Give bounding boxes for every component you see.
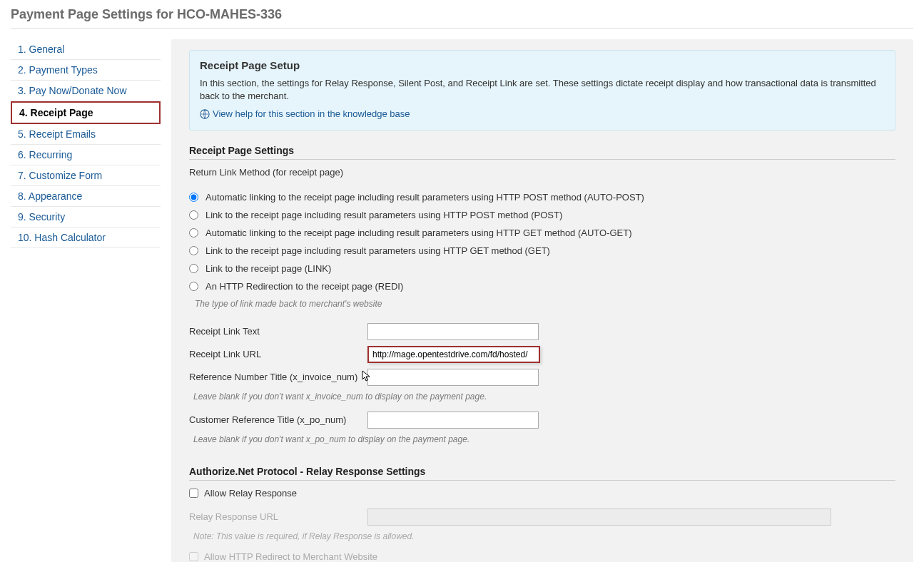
allow-redirect-label: Allow HTTP Redirect to Merchant Website [204,551,377,562]
relay-url-label: Relay Response URL [189,511,367,522]
allow-relay-checkbox[interactable] [189,489,198,498]
relay-url-hint: Note: This value is required, if Relay R… [193,531,895,541]
radio-link-label: Link to the receipt page (LINK) [205,263,331,274]
info-title: Receipt Page Setup [200,59,885,71]
sidebar-item-security[interactable]: 9. Security [11,207,161,228]
radio-auto-post-label: Automatic linking to the receipt page in… [205,192,644,203]
help-link[interactable]: View help for this section in the knowle… [200,108,410,119]
cust-ref-title-input[interactable] [367,412,539,429]
globe-help-icon [200,109,210,119]
radio-redi[interactable] [189,282,198,291]
sidebar-item-general[interactable]: 1. General [11,39,161,60]
radio-auto-get-label: Automatic linking to the receipt page in… [205,228,632,238]
allow-redirect-checkbox [189,552,198,561]
ref-num-title-input[interactable] [367,369,539,386]
receipt-settings-heading: Receipt Page Settings [189,145,895,160]
radio-post[interactable] [189,210,198,220]
info-box: Receipt Page Setup In this section, the … [189,50,895,131]
sidebar-item-payment-types[interactable]: 2. Payment Types [11,60,161,81]
allow-relay-label: Allow Relay Response [204,488,297,499]
cust-ref-title-label: Customer Reference Title (x_po_num) [189,414,367,425]
radio-redi-label: An HTTP Redirection to the receipt page … [205,281,403,292]
sidebar-item-receipt-emails[interactable]: 5. Receipt Emails [11,124,161,145]
receipt-link-url-label: Receipt Link URL [189,349,367,359]
radio-auto-get[interactable] [189,228,198,237]
sidebar-nav: 1. General 2. Payment Types 3. Pay Now/D… [11,39,161,562]
radio-auto-post[interactable] [189,193,198,202]
return-link-hint: The type of link made back to merchant's… [189,299,895,309]
sidebar-item-receipt-page[interactable]: 4. Receipt Page [11,101,161,124]
radio-get[interactable] [189,246,198,255]
help-link-text: View help for this section in the knowle… [213,108,410,119]
relay-heading: Authorize.Net Protocol - Relay Response … [189,466,895,481]
page-title: Payment Page Settings for HCO-MAHES-336 [11,7,913,29]
sidebar-item-appearance[interactable]: 8. Appearance [11,186,161,207]
return-link-method-label: Return Link Method (for receipt page) [189,167,895,178]
radio-link[interactable] [189,264,198,273]
receipt-link-text-label: Receipt Link Text [189,326,367,337]
sidebar-item-hash-calculator[interactable]: 10. Hash Calculator [11,228,161,248]
content-area: Receipt Page Setup In this section, the … [171,39,913,562]
sidebar-item-recurring[interactable]: 6. Recurring [11,145,161,165]
info-text: In this section, the settings for Relay … [200,77,885,103]
ref-num-title-label: Reference Number Title (x_invoice_num) [189,372,367,382]
relay-url-input [367,509,831,526]
receipt-link-url-input[interactable] [367,346,540,363]
radio-post-label: Link to the receipt page including resul… [205,210,562,220]
sidebar-item-customize-form[interactable]: 7. Customize Form [11,165,161,186]
cust-ref-title-hint: Leave blank if you don't want x_po_num t… [193,434,895,444]
ref-num-title-hint: Leave blank if you don't want x_invoice_… [193,392,895,402]
receipt-link-text-input[interactable] [367,323,539,340]
radio-get-label: Link to the receipt page including resul… [205,245,550,256]
sidebar-item-pay-now[interactable]: 3. Pay Now/Donate Now [11,81,161,101]
